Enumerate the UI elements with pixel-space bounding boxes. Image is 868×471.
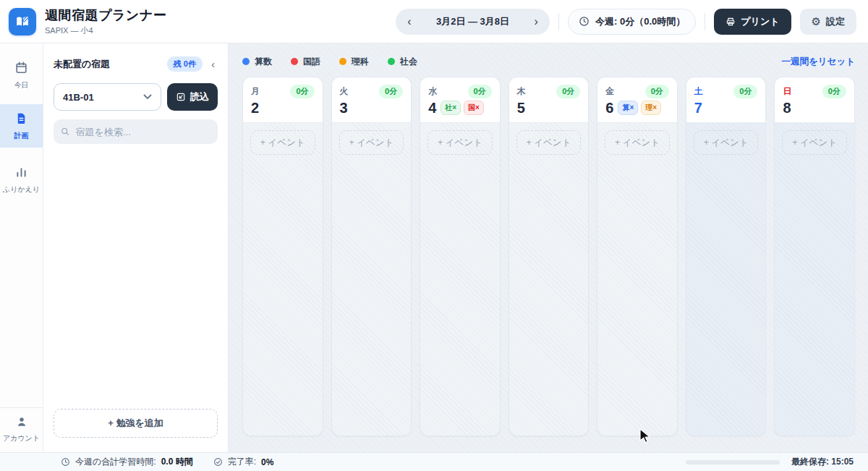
day-header: 金0分6算×理× [597,77,677,123]
add-event-button[interactable]: + イベント [605,130,670,155]
day-header: 火0分3 [332,77,412,123]
collapse-panel-button[interactable]: ‹ [208,58,218,70]
autosave-progress-bar [686,460,780,464]
day-date: 6 [605,100,613,116]
course-select[interactable]: 41B-01 [54,83,161,111]
day-body: + イベント [509,123,589,436]
subject-status-chip[interactable]: 社× [441,101,461,115]
brand: 週間宿題プランナー SAPIX — 小4 [9,7,166,36]
sidebar-spacer [0,201,43,407]
document-icon [14,111,28,128]
reset-week-link[interactable]: 一週間をリセット [782,56,855,68]
legend-item: 社会 [388,56,417,68]
legend-dot-icon [339,58,346,65]
add-event-button[interactable]: + イベント [250,130,315,155]
completion-rate: 完了率: 0% [213,456,274,468]
divider [705,13,705,30]
status-bar: 今週の合計学習時間: 0.0 時間 完了率: 0% 最終保存: 15:05 [0,452,868,471]
add-event-button[interactable]: + イベント [427,130,493,155]
day-body: + イベント [332,123,412,436]
settings-label: 設定 [826,15,845,28]
book-logo-icon [9,8,36,35]
calendar-icon [14,61,28,77]
header: 週間宿題プランナー SAPIX — 小4 ‹ 3月2日 — 3月8日 › 今週:… [0,0,868,43]
day-date: 8 [783,100,791,116]
planner-board: 算数国語理科社会 一週間をリセット 月0分2+ イベント火0分3+ イベント水0… [229,43,868,452]
day-minutes-badge: 0分 [379,85,403,98]
add-event-button[interactable]: + イベント [694,130,759,155]
day-of-week-label: 火 [340,85,349,98]
day-column-tue: 火0分3+ イベント [331,77,412,436]
day-of-week-label: 月 [251,85,260,98]
subject-status-chip[interactable]: 算× [618,101,638,115]
legend-label: 算数 [255,56,272,68]
panel-title: 未配置の宿題 [54,58,161,71]
sidebar: 今日計画ふりかえり アカウント [0,43,43,452]
search-input[interactable] [76,127,210,137]
day-column-thu: 木0分5+ イベント [509,77,590,436]
day-column-mon: 月0分2+ イベント [242,77,323,436]
week-grid: 月0分2+ イベント火0分3+ イベント水0分4社×国×+ イベント木0分5+ … [242,77,855,436]
sidebar-item-label: ふりかえり [3,184,40,195]
day-body: + イベント [686,123,766,436]
add-event-button[interactable]: + イベント [339,130,404,155]
content-row: 今日計画ふりかえり アカウント 未配置の宿題 残 0件 ‹ 41B-01 [0,43,868,452]
printer-icon [726,17,736,27]
date-range-label: 3月2日 — 3月8日 [420,15,525,28]
sidebar-item-account[interactable]: アカウント [0,407,43,452]
unassigned-homework-panel: 未配置の宿題 残 0件 ‹ 41B-01 読込 + 勉強を追加 [43,43,229,452]
chevron-down-icon [143,94,152,100]
bar-chart-icon [14,165,28,182]
day-header: 木0分5 [509,77,589,123]
remaining-count-badge: 残 0件 [167,56,203,72]
sidebar-item-review[interactable]: ふりかえり [0,158,43,201]
day-column-sat: 土0分7+ イベント [686,77,767,436]
sidebar-item-plan[interactable]: 計画 [0,104,43,148]
status-left: 今週の合計学習時間: 0.0 時間 完了率: 0% [61,456,273,468]
load-button[interactable]: 読込 [167,83,218,111]
day-column-sun: 日0分8+ イベント [774,77,855,436]
sidebar-item-label: 計画 [14,131,29,141]
sidebar-item-today[interactable]: 今日 [0,54,43,97]
day-header: 月0分2 [243,77,323,123]
day-header: 日0分8 [775,77,854,123]
prev-week-button[interactable]: ‹ [399,11,420,33]
day-of-week-label: 金 [605,85,614,98]
add-study-button[interactable]: + 勉強を追加 [54,409,218,438]
subject-status-chip[interactable]: 国× [464,101,484,115]
last-saved-label: 最終保存: 15:05 [791,456,854,468]
day-column-wed: 水0分4社×国×+ イベント [420,77,501,436]
legend-item: 理科 [339,56,369,68]
app-root: 週間宿題プランナー SAPIX — 小4 ‹ 3月2日 — 3月8日 › 今週:… [0,0,868,471]
day-of-week-label: 日 [783,85,791,98]
gear-icon: ⚙ [812,16,821,27]
page-title: 週間宿題プランナー [45,7,166,24]
total-study-time-value: 0.0 時間 [161,456,193,468]
legend-item: 国語 [291,56,320,68]
panel-empty-area [54,144,218,409]
clock-icon [579,16,590,27]
add-event-button[interactable]: + イベント [782,130,847,155]
day-date: 5 [517,100,525,116]
next-week-button[interactable]: › [525,11,547,33]
add-event-button[interactable]: + イベント [516,130,582,155]
day-body: + イベント [243,123,323,436]
divider [558,13,559,30]
print-button[interactable]: プリント [714,9,791,35]
week-time-label: 今週: 0分（0.0時間） [595,15,685,28]
legend-dot-icon [242,58,250,65]
user-icon [15,415,28,431]
search-icon [61,127,70,137]
day-body: + イベント [775,123,854,436]
homework-search [54,119,218,144]
panel-header: 未配置の宿題 残 0件 ‹ [54,56,218,72]
day-header: 水0分4社×国× [420,77,500,123]
day-minutes-badge: 0分 [290,85,314,98]
day-body: + イベント [420,123,500,436]
clock-icon [61,457,70,467]
settings-button[interactable]: ⚙ 設定 [800,9,856,35]
status-right: 最終保存: 15:05 [686,456,854,468]
print-label: プリント [741,15,779,28]
day-date: 3 [340,100,348,116]
subject-status-chip[interactable]: 理× [641,101,661,115]
